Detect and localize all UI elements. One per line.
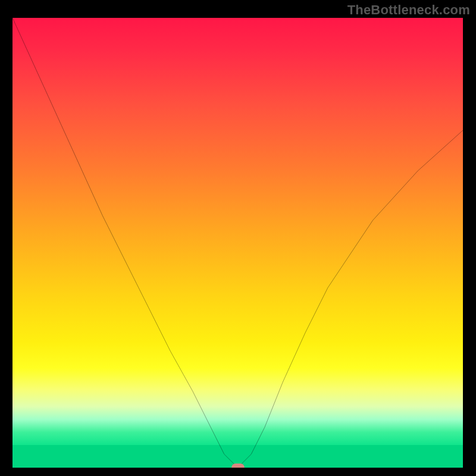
bottleneck-curve [12, 18, 463, 468]
optimum-marker [231, 464, 245, 468]
watermark-text: TheBottleneck.com [347, 2, 470, 18]
plot-area [12, 18, 463, 468]
chart-container: TheBottleneck.com [0, 0, 476, 476]
